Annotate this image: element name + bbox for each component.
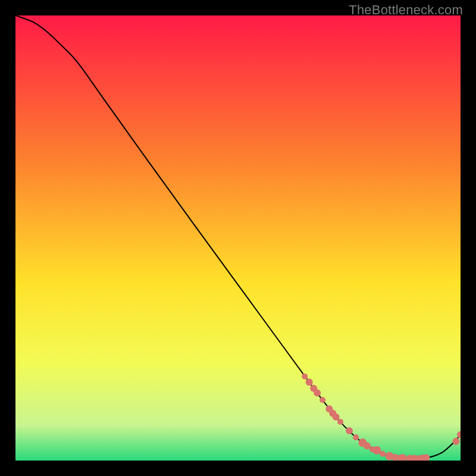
chart-svg [15, 15, 461, 461]
data-point [346, 427, 353, 434]
data-point [453, 438, 460, 445]
data-point [320, 397, 325, 403]
chart-container: TheBottleneck.com [0, 0, 476, 476]
gradient-background [15, 15, 461, 461]
data-point [333, 414, 340, 421]
data-point [337, 419, 343, 425]
plot-area [15, 15, 461, 461]
data-point [314, 389, 321, 396]
data-point [302, 374, 308, 380]
data-point [353, 434, 359, 440]
data-point [306, 378, 313, 386]
data-point [380, 451, 386, 457]
data-point [364, 442, 371, 449]
